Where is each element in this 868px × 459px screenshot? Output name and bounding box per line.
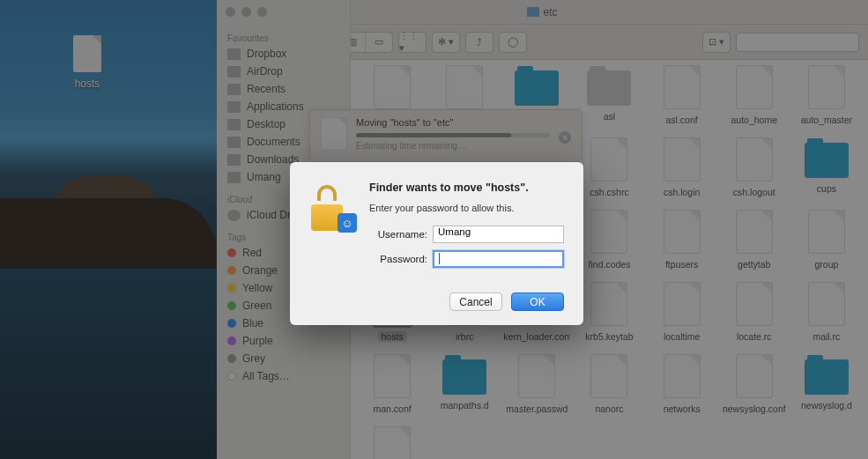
username-label: Username: xyxy=(369,229,427,240)
cancel-button[interactable]: Cancel xyxy=(449,292,502,311)
auth-dialog: ☺ Finder wants to move "hosts". Enter yo… xyxy=(290,162,583,325)
dialog-headline: Finder wants to move "hosts". xyxy=(369,181,564,194)
ok-button[interactable]: OK xyxy=(511,292,564,311)
dialog-subtext: Enter your password to allow this. xyxy=(369,203,564,213)
username-field[interactable]: Umang xyxy=(433,226,564,243)
password-field[interactable] xyxy=(433,250,564,268)
password-label: Password: xyxy=(369,254,427,264)
lock-icon: ☺ xyxy=(309,185,355,231)
finder-badge-icon: ☺ xyxy=(338,213,357,233)
